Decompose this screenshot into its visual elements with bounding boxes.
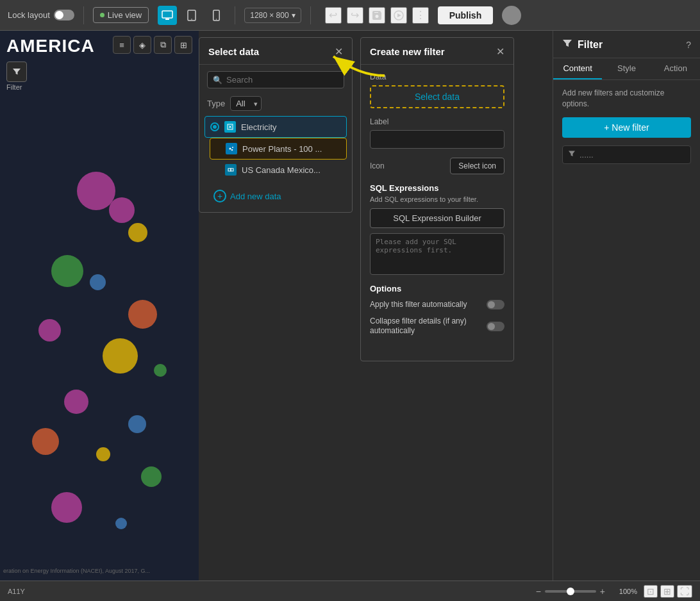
bubble (64, 390, 88, 414)
auto-apply-label: Apply this filter automatically (370, 300, 467, 310)
sql-textarea[interactable] (370, 233, 504, 275)
publish-button[interactable]: Publish (438, 6, 494, 24)
separator-2 (235, 6, 235, 24)
svg-rect-0 (162, 11, 172, 18)
select-data-header: Select data ✕ (199, 38, 352, 65)
a11y-label: A11Y (8, 588, 25, 595)
map-tb-expand-btn[interactable]: ⊞ (174, 36, 192, 54)
expand-view-button[interactable]: ⊞ (660, 585, 674, 598)
bubble (51, 492, 82, 523)
separator-1 (83, 6, 84, 24)
create-filter-header: Create new filter ✕ (361, 38, 513, 65)
add-data-plus-icon: + (213, 190, 226, 202)
tab-action[interactable]: Action (651, 58, 700, 79)
new-filter-button[interactable]: + New filter (562, 117, 691, 138)
cfp-select-data-button[interactable]: Select data (370, 85, 504, 108)
right-panel-title: Filter (578, 39, 603, 51)
map-tb-layers-btn[interactable]: ◈ (133, 36, 151, 54)
svg-rect-1 (165, 19, 169, 20)
us-canada-label: US Canada Mexico... (242, 165, 321, 175)
zoom-slider[interactable] (545, 590, 596, 593)
us-canada-item[interactable]: US Canada Mexico... (210, 160, 347, 180)
filter-item-placeholder: ...... (562, 145, 691, 164)
fit-view-button[interactable]: ⊡ (644, 585, 658, 598)
select-data-close-button[interactable]: ✕ (335, 45, 343, 58)
bubble (128, 415, 146, 433)
us-canada-icon (225, 164, 237, 176)
svg-rect-15 (231, 169, 233, 171)
zoom-percentage: 100% (612, 588, 637, 595)
mobile-view-button[interactable] (206, 6, 226, 25)
filter-button-map[interactable] (6, 62, 27, 82)
right-panel-tabs: Content Style Action (553, 58, 700, 80)
search-icon: 🔍 (213, 76, 222, 85)
filter-label-map: Filter (6, 83, 22, 91)
icon-section: Icon Select icon (370, 158, 504, 174)
svg-rect-14 (228, 169, 231, 171)
resolution-chevron: ▾ (292, 11, 296, 20)
options-title: Options (370, 284, 504, 293)
bubble (51, 255, 83, 287)
svg-point-5 (216, 19, 217, 19)
resolution-selector[interactable]: 1280 × 800 ▾ (244, 8, 301, 23)
lock-layout-toggle[interactable] (54, 10, 74, 21)
map-tb-copy-btn[interactable]: ⧉ (154, 36, 172, 54)
search-input[interactable] (226, 75, 338, 85)
bubble (115, 518, 127, 529)
fullscreen-button[interactable]: ⛶ (677, 585, 692, 598)
bubble (32, 428, 59, 455)
power-plants-item[interactable]: Power Plants - 100 ... (210, 138, 347, 160)
search-box: 🔍 (207, 71, 344, 88)
create-filter-title: Create new filter (370, 46, 445, 57)
redo-button[interactable]: ↪ (347, 7, 363, 24)
map-attribution: eration on Energy Information (NACEI), A… (3, 568, 150, 574)
save-button[interactable] (369, 7, 385, 24)
sql-expression-builder-button[interactable]: SQL Expression Builder (370, 208, 504, 228)
bubble (141, 466, 162, 487)
live-view-button[interactable]: Live view (93, 7, 149, 23)
auto-apply-toggle[interactable] (487, 300, 504, 309)
help-icon[interactable]: ? (686, 40, 691, 50)
undo-button[interactable]: ↩ (325, 7, 342, 24)
live-indicator (100, 13, 104, 17)
icon-section-label: Icon (370, 161, 385, 170)
play-button[interactable] (390, 7, 407, 24)
tab-content[interactable]: Content (553, 58, 602, 79)
sql-section: SQL Expressions Add SQL expressions to y… (370, 183, 504, 277)
power-plants-label: Power Plants - 100 ... (242, 144, 322, 154)
label-input[interactable] (370, 130, 504, 149)
user-avatar[interactable] (502, 6, 521, 25)
tablet-view-button[interactable] (182, 6, 201, 25)
sql-desc: Add SQL expressions to your filter. (370, 195, 504, 203)
type-select[interactable]: All (230, 96, 262, 111)
map-tb-list-btn[interactable]: ≡ (113, 36, 131, 54)
select-data-title: Select data (208, 46, 259, 57)
label-section: Label (370, 117, 504, 149)
filter-icon-right (562, 38, 572, 51)
electricity-label: Electricity (241, 122, 277, 132)
resolution-label: 1280 × 800 (250, 11, 288, 20)
status-bar: A11Y − + 100% ⊡ ⊞ ⛶ (0, 580, 700, 601)
more-options-button[interactable]: ⋮ (412, 7, 429, 24)
data-section-label: Data (370, 72, 504, 81)
collapse-label: Collapse filter details (if any) automat… (370, 317, 472, 336)
topbar-actions: ↩ ↪ ⋮ (325, 7, 429, 24)
collapse-row: Collapse filter details (if any) automat… (370, 317, 504, 336)
electricity-group-item[interactable]: Electricity (204, 116, 347, 138)
select-icon-button[interactable]: Select icon (450, 158, 504, 174)
bubble (109, 197, 135, 223)
zoom-in-button[interactable]: + (600, 586, 605, 597)
power-plants-icon (226, 143, 237, 154)
collapse-toggle[interactable] (487, 322, 504, 331)
sql-title: SQL Expressions (370, 183, 504, 193)
live-view-label: Live view (108, 10, 142, 20)
tab-style[interactable]: Style (602, 58, 651, 79)
create-filter-close-button[interactable]: ✕ (496, 45, 504, 58)
right-panel-desc: Add new filters and customize options. (562, 88, 691, 110)
svg-point-3 (191, 19, 192, 20)
type-label: Type (207, 99, 225, 108)
zoom-out-button[interactable]: − (536, 586, 541, 597)
desktop-view-button[interactable] (158, 6, 177, 25)
select-data-panel: Select data ✕ 🔍 Type All Electricity Pow… (199, 37, 353, 213)
add-new-data-button[interactable]: + Add new data (207, 185, 288, 207)
